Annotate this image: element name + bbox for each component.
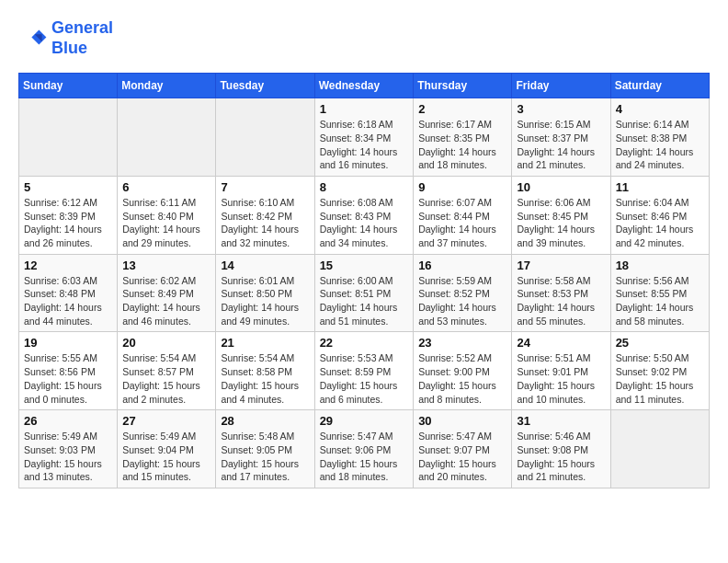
day-number: 10 [517,180,605,194]
calendar-cell: 26Sunrise: 5:49 AMSunset: 9:03 PMDayligh… [19,410,118,488]
calendar-cell [118,98,216,177]
calendar-cell: 17Sunrise: 5:58 AMSunset: 8:53 PMDayligh… [512,254,610,332]
col-header-monday: Monday [118,74,216,98]
calendar-cell: 30Sunrise: 5:47 AMSunset: 9:07 PMDayligh… [414,410,512,488]
day-number: 4 [616,102,704,116]
day-info: Sunrise: 6:14 AMSunset: 8:38 PMDaylight:… [616,118,704,172]
calendar-cell: 21Sunrise: 5:54 AMSunset: 8:58 PMDayligh… [216,332,314,410]
col-header-wednesday: Wednesday [314,74,414,98]
day-number: 3 [517,102,605,116]
calendar-week-5: 26Sunrise: 5:49 AMSunset: 9:03 PMDayligh… [19,410,710,488]
day-info: Sunrise: 6:04 AMSunset: 8:46 PMDaylight:… [616,196,704,250]
day-number: 20 [122,336,210,350]
calendar-cell: 31Sunrise: 5:46 AMSunset: 9:08 PMDayligh… [512,410,610,488]
day-number: 16 [418,259,506,272]
day-info: Sunrise: 5:47 AMSunset: 9:06 PMDaylight:… [320,430,409,484]
calendar-week-1: 1Sunrise: 6:18 AMSunset: 8:34 PMDaylight… [19,98,710,177]
day-number: 21 [221,336,309,350]
calendar-cell: 29Sunrise: 5:47 AMSunset: 9:06 PMDayligh… [314,410,414,488]
calendar-cell: 18Sunrise: 5:56 AMSunset: 8:55 PMDayligh… [610,254,709,332]
calendar-week-3: 12Sunrise: 6:03 AMSunset: 8:48 PMDayligh… [19,254,710,332]
calendar-cell: 11Sunrise: 6:04 AMSunset: 8:46 PMDayligh… [610,176,709,254]
day-info: Sunrise: 5:56 AMSunset: 8:55 PMDaylight:… [616,274,704,328]
calendar-cell [216,98,314,177]
day-info: Sunrise: 6:12 AMSunset: 8:39 PMDaylight:… [24,196,112,250]
day-number: 29 [320,414,409,428]
day-info: Sunrise: 6:15 AMSunset: 8:37 PMDaylight:… [517,118,605,172]
day-info: Sunrise: 5:49 AMSunset: 9:03 PMDaylight:… [24,430,112,484]
day-number: 9 [418,180,506,194]
day-info: Sunrise: 5:54 AMSunset: 8:57 PMDaylight:… [122,351,210,406]
calendar-cell: 12Sunrise: 6:03 AMSunset: 8:48 PMDayligh… [19,254,118,332]
day-info: Sunrise: 5:52 AMSunset: 9:00 PMDaylight:… [418,351,506,406]
calendar-cell: 16Sunrise: 5:59 AMSunset: 8:52 PMDayligh… [414,254,512,332]
calendar-cell: 28Sunrise: 5:48 AMSunset: 9:05 PMDayligh… [216,410,314,488]
calendar-cell: 13Sunrise: 6:02 AMSunset: 8:49 PMDayligh… [118,254,216,332]
day-number: 27 [122,414,210,428]
day-info: Sunrise: 5:48 AMSunset: 9:05 PMDaylight:… [221,430,309,484]
calendar-cell: 15Sunrise: 6:00 AMSunset: 8:51 PMDayligh… [314,254,414,332]
calendar-cell: 7Sunrise: 6:10 AMSunset: 8:42 PMDaylight… [216,176,314,254]
header-row: SundayMondayTuesdayWednesdayThursdayFrid… [19,74,710,98]
day-number: 18 [616,259,704,272]
day-info: Sunrise: 6:18 AMSunset: 8:34 PMDaylight:… [320,118,409,172]
page-header: General Blue [18,18,710,58]
day-info: Sunrise: 6:06 AMSunset: 8:45 PMDaylight:… [517,196,605,250]
day-info: Sunrise: 5:58 AMSunset: 8:53 PMDaylight:… [517,274,605,328]
day-number: 19 [24,336,112,350]
calendar-cell: 8Sunrise: 6:08 AMSunset: 8:43 PMDaylight… [314,176,414,254]
day-info: Sunrise: 6:10 AMSunset: 8:42 PMDaylight:… [221,196,309,250]
day-number: 7 [221,180,309,194]
col-header-thursday: Thursday [414,74,512,98]
day-info: Sunrise: 6:11 AMSunset: 8:40 PMDaylight:… [122,196,210,250]
day-info: Sunrise: 5:50 AMSunset: 9:02 PMDaylight:… [616,351,704,406]
calendar-cell: 4Sunrise: 6:14 AMSunset: 8:38 PMDaylight… [610,98,709,177]
day-info: Sunrise: 6:02 AMSunset: 8:49 PMDaylight:… [122,274,210,328]
calendar-cell: 14Sunrise: 6:01 AMSunset: 8:50 PMDayligh… [216,254,314,332]
calendar-cell: 10Sunrise: 6:06 AMSunset: 8:45 PMDayligh… [512,176,610,254]
calendar-cell [19,98,118,177]
day-info: Sunrise: 5:51 AMSunset: 9:01 PMDaylight:… [517,351,605,406]
calendar-cell: 1Sunrise: 6:18 AMSunset: 8:34 PMDaylight… [314,98,414,177]
calendar-table: SundayMondayTuesdayWednesdayThursdayFrid… [18,73,710,488]
calendar-cell: 23Sunrise: 5:52 AMSunset: 9:00 PMDayligh… [414,332,512,410]
day-info: Sunrise: 6:08 AMSunset: 8:43 PMDaylight:… [320,196,409,250]
calendar-cell: 24Sunrise: 5:51 AMSunset: 9:01 PMDayligh… [512,332,610,410]
col-header-tuesday: Tuesday [216,74,314,98]
day-number: 31 [517,414,605,428]
col-header-saturday: Saturday [610,74,709,98]
day-number: 26 [24,414,112,428]
day-info: Sunrise: 5:54 AMSunset: 8:58 PMDaylight:… [221,351,309,406]
logo: General Blue [18,18,113,58]
day-info: Sunrise: 6:00 AMSunset: 8:51 PMDaylight:… [320,274,409,328]
day-info: Sunrise: 5:59 AMSunset: 8:52 PMDaylight:… [418,274,506,328]
day-info: Sunrise: 6:03 AMSunset: 8:48 PMDaylight:… [24,274,112,328]
calendar-cell: 9Sunrise: 6:07 AMSunset: 8:44 PMDaylight… [414,176,512,254]
day-number: 8 [320,180,409,194]
day-number: 28 [221,414,309,428]
day-info: Sunrise: 6:07 AMSunset: 8:44 PMDaylight:… [418,196,506,250]
col-header-sunday: Sunday [19,74,118,98]
day-info: Sunrise: 5:47 AMSunset: 9:07 PMDaylight:… [418,430,506,484]
calendar-cell: 25Sunrise: 5:50 AMSunset: 9:02 PMDayligh… [610,332,709,410]
day-number: 6 [122,180,210,194]
day-info: Sunrise: 5:46 AMSunset: 9:08 PMDaylight:… [517,430,605,484]
calendar-cell: 3Sunrise: 6:15 AMSunset: 8:37 PMDaylight… [512,98,610,177]
day-number: 23 [418,336,506,350]
day-number: 5 [24,180,112,194]
calendar-cell: 5Sunrise: 6:12 AMSunset: 8:39 PMDaylight… [19,176,118,254]
day-number: 14 [221,259,309,272]
calendar-cell [610,410,709,488]
calendar-week-4: 19Sunrise: 5:55 AMSunset: 8:56 PMDayligh… [19,332,710,410]
day-number: 25 [616,336,704,350]
day-number: 13 [122,259,210,272]
day-info: Sunrise: 6:17 AMSunset: 8:35 PMDaylight:… [418,118,506,172]
calendar-cell: 6Sunrise: 6:11 AMSunset: 8:40 PMDaylight… [118,176,216,254]
day-number: 1 [320,102,409,116]
day-number: 24 [517,336,605,350]
calendar-cell: 22Sunrise: 5:53 AMSunset: 8:59 PMDayligh… [314,332,414,410]
calendar-cell: 27Sunrise: 5:49 AMSunset: 9:04 PMDayligh… [118,410,216,488]
day-info: Sunrise: 5:49 AMSunset: 9:04 PMDaylight:… [122,430,210,484]
day-number: 17 [517,259,605,272]
calendar-week-2: 5Sunrise: 6:12 AMSunset: 8:39 PMDaylight… [19,176,710,254]
